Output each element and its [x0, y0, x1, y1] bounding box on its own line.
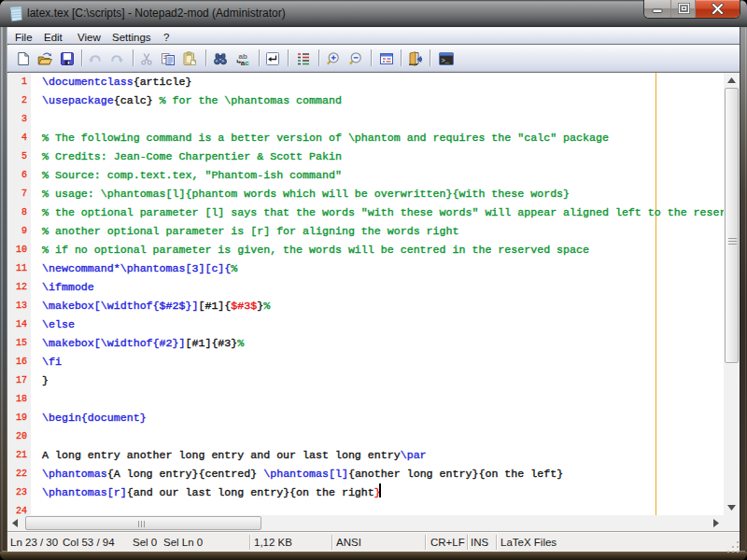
svg-text:>_: >_ [441, 56, 449, 63]
svg-text:ac: ac [240, 59, 248, 66]
